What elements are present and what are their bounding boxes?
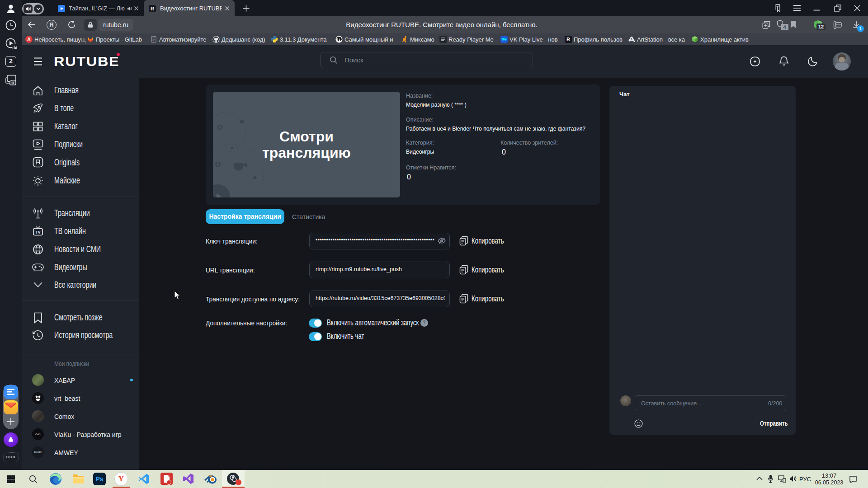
svg-text:TV: TV xyxy=(36,230,41,235)
svg-text:трансляцию: трансляцию xyxy=(262,145,351,161)
svg-text:Смотри: Смотри xyxy=(279,128,334,145)
